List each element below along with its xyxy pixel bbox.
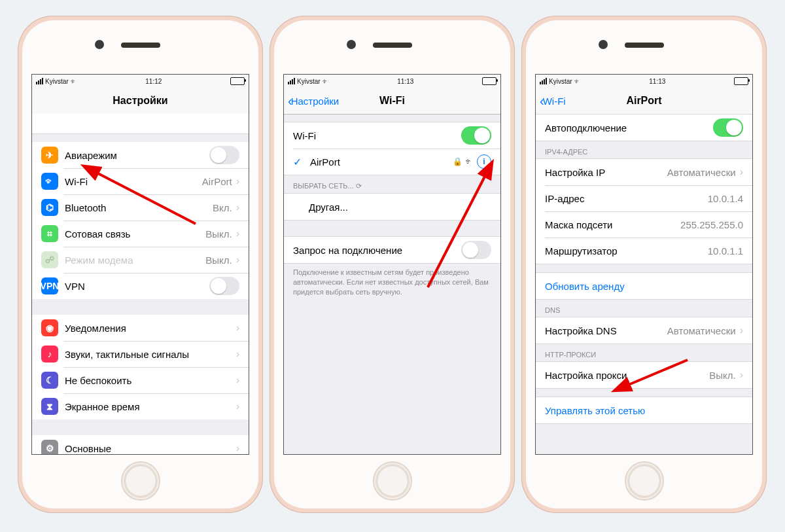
wifi-label: Wi-Fi bbox=[65, 176, 198, 187]
airplane-toggle[interactable] bbox=[209, 146, 239, 164]
chevron-right-icon: › bbox=[236, 374, 239, 386]
row-notifications[interactable]: ◉ Уведомления › bbox=[32, 315, 249, 341]
ipconfig-value: Автоматически bbox=[667, 167, 736, 178]
nav-bar: ‹ Настройки Wi-Fi bbox=[284, 88, 500, 115]
vpn-toggle[interactable] bbox=[209, 277, 239, 295]
info-button[interactable]: i bbox=[477, 154, 491, 169]
wifi-list[interactable]: Wi-Fi ✓ AirPort 🔒 ᯤ i ВЫБРАТЬ СЕТЬ... Др… bbox=[284, 114, 500, 454]
status-bar: Kyivstar ᯤ 11:13 bbox=[536, 75, 752, 88]
row-dns-config[interactable]: Настройка DNS Автоматически › bbox=[536, 317, 752, 344]
row-hotspot[interactable]: ☍ Режим модема Выкл. › bbox=[32, 247, 249, 273]
row-connected-network[interactable]: ✓ AirPort 🔒 ᯤ i bbox=[284, 149, 500, 175]
back-label: Wi-Fi bbox=[543, 96, 566, 107]
gear-icon: ⚙ bbox=[41, 440, 58, 454]
row-ip-config[interactable]: Настройка IP Автоматически › bbox=[536, 159, 752, 185]
front-camera bbox=[599, 40, 608, 49]
wifi-icon: ᯤ bbox=[574, 78, 581, 85]
ask-label: Запрос на подключение bbox=[293, 245, 461, 256]
ip-value: 10.0.1.4 bbox=[708, 193, 743, 204]
hotspot-label: Режим модема bbox=[65, 255, 201, 266]
row-airplane-mode[interactable]: ✈ Авиарежим bbox=[32, 142, 249, 168]
dns-label: Настройка DNS bbox=[545, 325, 663, 336]
row-manage-network[interactable]: Управлять этой сетью bbox=[536, 397, 752, 423]
router-label: Маршрутизатор bbox=[545, 245, 704, 257]
chevron-right-icon: › bbox=[236, 348, 239, 360]
dns-value: Автоматически bbox=[667, 325, 736, 336]
proxy-label: Настройка прокси bbox=[545, 370, 705, 381]
row-sounds[interactable]: ♪ Звуки, тактильные сигналы › bbox=[32, 341, 249, 367]
network-detail-list[interactable]: Автоподключение IPV4-АДРЕС Настройка IP … bbox=[536, 114, 752, 454]
wifi-value: AirPort bbox=[202, 176, 232, 187]
moon-icon: ☾ bbox=[41, 372, 58, 389]
row-dnd[interactable]: ☾ Не беспокоить › bbox=[32, 367, 249, 393]
front-camera bbox=[347, 40, 356, 49]
hotspot-value: Выкл. bbox=[205, 255, 232, 266]
row-ask-to-join[interactable]: Запрос на подключение bbox=[284, 237, 500, 263]
clock-label: 11:13 bbox=[397, 78, 413, 85]
dnd-label: Не беспокоить bbox=[65, 375, 232, 386]
home-button[interactable] bbox=[625, 461, 664, 501]
cellular-icon: ⌗ bbox=[41, 225, 58, 242]
clock-label: 11:12 bbox=[145, 78, 162, 85]
home-button[interactable] bbox=[373, 461, 412, 501]
wifi-icon: ᯤ bbox=[323, 78, 329, 85]
bluetooth-value: Вкл. bbox=[213, 202, 232, 213]
airplane-icon: ✈ bbox=[41, 147, 58, 164]
row-auto-join[interactable]: Автоподключение bbox=[536, 115, 752, 141]
ask-toggle[interactable] bbox=[461, 241, 491, 259]
row-other-network[interactable]: Другая... bbox=[284, 194, 500, 220]
row-bluetooth[interactable]: ⌬ Bluetooth Вкл. › bbox=[32, 194, 249, 221]
phone-frame-3: Kyivstar ᯤ 11:13 ‹ Wi-Fi AirPort Автопод… bbox=[521, 16, 767, 513]
autojoin-toggle[interactable] bbox=[713, 118, 743, 137]
row-proxy-config[interactable]: Настройка прокси Выкл. › bbox=[536, 362, 752, 388]
cell-signal-icon bbox=[288, 78, 295, 84]
screen-wifi: Kyivstar ᯤ 11:13 ‹ Настройки Wi-Fi Wi-Fi bbox=[283, 74, 501, 455]
page-title: Настройки bbox=[113, 95, 167, 107]
status-bar: Kyivstar ᯤ 11:13 bbox=[284, 75, 500, 88]
screentime-label: Экранное время bbox=[65, 401, 232, 412]
choose-network-header: ВЫБРАТЬ СЕТЬ... bbox=[284, 175, 500, 193]
nav-bar: Настройки bbox=[32, 88, 249, 115]
chevron-right-icon: › bbox=[236, 322, 239, 334]
screen-settings: Kyivstar ᯤ 11:12 Настройки ✈ Авиарежим bbox=[31, 74, 249, 455]
phone-frame-2: Kyivstar ᯤ 11:13 ‹ Настройки Wi-Fi Wi-Fi bbox=[270, 16, 515, 513]
other-label: Другая... bbox=[309, 202, 491, 213]
row-screentime[interactable]: ⧗ Экранное время › bbox=[32, 393, 249, 419]
wifi-master-label: Wi-Fi bbox=[293, 130, 461, 141]
chevron-right-icon: › bbox=[236, 400, 239, 412]
router-value: 10.0.1.1 bbox=[708, 245, 743, 257]
carrier-label: Kyivstar bbox=[45, 78, 69, 85]
battery-icon bbox=[734, 77, 748, 85]
speaker-grille bbox=[625, 43, 664, 48]
chevron-right-icon: › bbox=[236, 442, 239, 454]
row-router[interactable]: Маршрутизатор 10.0.1.1 bbox=[536, 238, 752, 264]
cell-signal-icon bbox=[540, 78, 547, 84]
phone-frame-1: Kyivstar ᯤ 11:12 Настройки ✈ Авиарежим bbox=[18, 16, 263, 513]
home-button[interactable] bbox=[121, 461, 160, 501]
notifications-icon: ◉ bbox=[41, 319, 58, 336]
row-ip-address[interactable]: IP-адрес 10.0.1.4 bbox=[536, 185, 752, 211]
ipconfig-label: Настройка IP bbox=[545, 167, 663, 178]
chevron-right-icon: › bbox=[236, 254, 239, 266]
checkmark-icon: ✓ bbox=[293, 156, 304, 168]
profile-row[interactable] bbox=[32, 114, 249, 134]
row-general[interactable]: ⚙ Основные › bbox=[32, 435, 249, 454]
chevron-right-icon: › bbox=[236, 175, 239, 187]
settings-list[interactable]: ✈ Авиарежим ᯤ Wi-Fi AirPort › ⌬ Bluetoot… bbox=[32, 114, 249, 454]
row-subnet-mask[interactable]: Маска подсети 255.255.255.0 bbox=[536, 211, 752, 238]
wifi-toggle[interactable] bbox=[461, 126, 491, 145]
page-title: AirPort bbox=[626, 95, 661, 107]
wifi-icon: ᯤ bbox=[41, 173, 58, 190]
sounds-label: Звуки, тактильные сигналы bbox=[65, 349, 232, 360]
back-button[interactable]: ‹ Настройки bbox=[288, 94, 339, 107]
row-cellular[interactable]: ⌗ Сотовая связь Выкл. › bbox=[32, 221, 249, 247]
back-button[interactable]: ‹ Wi-Fi bbox=[540, 94, 566, 107]
speaker-grille bbox=[121, 43, 160, 48]
row-vpn[interactable]: VPN VPN bbox=[32, 273, 249, 299]
connected-name: AirPort bbox=[310, 156, 450, 168]
row-wifi-master[interactable]: Wi-Fi bbox=[284, 122, 500, 149]
hourglass-icon: ⧗ bbox=[41, 398, 58, 415]
row-wifi[interactable]: ᯤ Wi-Fi AirPort › bbox=[32, 168, 249, 194]
row-renew-lease[interactable]: Обновить аренду bbox=[536, 273, 752, 299]
hotspot-icon: ☍ bbox=[41, 251, 58, 268]
